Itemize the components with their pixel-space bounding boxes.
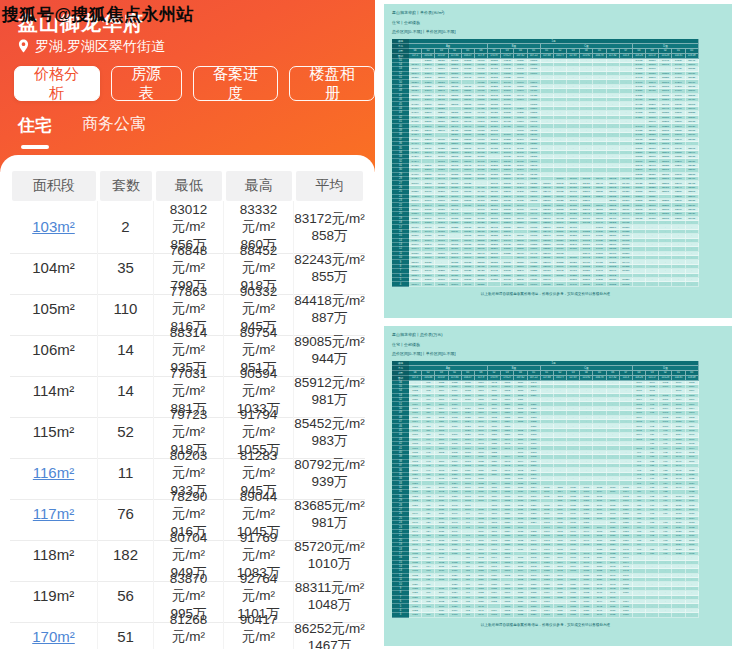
map-pin-icon [18,39,29,56]
grid-cell: - [646,282,659,286]
grid-cell: 81788 [541,282,554,286]
grid-cell: 1026 [580,613,593,617]
grid-cell: 88084 [514,282,527,286]
price-total: 1538万 [237,646,281,649]
column-header: 最低 [154,171,224,201]
location-row: 罗湖.罗湖区翠竹街道 [18,38,165,56]
count-value: 182 [113,545,138,564]
tab-apartment[interactable]: 商务公寓 [82,114,146,145]
category-tabs: 住宅商务公寓 [18,114,146,145]
grid-cell: 81162 [580,282,593,286]
price-total: 1382万 [167,646,211,649]
grid-cell: - [672,613,685,617]
nav-button-price-analysis[interactable]: 价格分析 [14,66,100,101]
min-price-cell: 81268元/m²1382万 [154,611,224,649]
tab-residential[interactable]: 住宅 [18,114,52,145]
table-row: 117m²7678290元/m²916万89044元/m²1045万83685元… [10,488,365,529]
area-link[interactable]: 116m² [33,463,74,482]
area-cell: 170m² [10,611,98,649]
price-per-sqm: 77031元/m² [154,365,223,400]
page: 盘山御龙华府 搜狐号@搜狐焦点永州站 罗湖.罗湖区翠竹街道 价格分析房源表备案进… [0,0,740,649]
chart-titles: 住宅丨全部楼栋 [392,342,732,349]
grid-cell: 1078 [488,613,501,617]
grid-cell: 80577 [554,282,567,286]
chart-titles: 总价区间[0-不限]丨单价区间[0-不限] [392,351,732,358]
chart-title-line: 住宅丨全部楼栋 [392,342,732,349]
chart-titles: 总价区间[0-不限]丨单价区间[0-不限] [392,29,732,36]
grid-cell: 971 [462,613,475,617]
grid-cell: 79748 [567,282,580,286]
price-per-sqm: 91794元/m² [224,406,293,441]
grid-cell: 80510 [449,282,462,286]
area-link[interactable]: 103m² [32,217,75,236]
price-per-sqm: 92764元/m² [224,570,293,605]
grid-cell: 80121 [435,282,448,286]
nav-button-filing-progress[interactable]: 备案进度 [193,66,279,101]
column-header-label: 面积段 [12,171,96,201]
area-label: 119m² [33,586,74,605]
column-header-label: 套数 [100,171,152,201]
column-header: 最高 [224,171,294,201]
area-link[interactable]: 117m² [33,504,74,523]
grid-cell: 1040 [593,613,606,617]
table-row: 106m²1488314元/m²935万89754元/m²951万89085元/… [10,324,365,365]
grid-row: 4827048075480121805108646088258-87440880… [392,282,699,286]
price-grid: 楼栋1栋单元A座B座C座D座户型040203010506020304010102… [392,361,699,618]
area-price-table: 面积段套数最低最高平均103m²283012元/m²856万83332元/m²8… [10,171,365,649]
price-per-sqm: 89085元/m² [294,333,365,350]
price-per-sqm: 82243元/m² [294,251,365,268]
chart-titles: 住宅丨全部楼栋 [392,20,732,27]
grid-cell: - [686,282,699,286]
price-per-sqm: 83870元/m² [154,570,223,605]
area-label: 114m² [33,381,74,400]
grid-cell: 88258 [475,282,488,286]
grid-cell: - [488,282,501,286]
area-label: 118m² [33,545,74,564]
grid-cell: 1051 [567,613,580,617]
chart-titles: 盘山御龙华府丨单价表(元/m²) [392,10,732,17]
max-price-cell: 90417元/m²1538万 [224,611,294,649]
nav-button-listings[interactable]: 房源表 [111,66,182,101]
grid-cell: - [672,282,685,286]
price-per-sqm: 88314元/m² [154,324,223,359]
grid-row-label: 4 [392,282,409,286]
column-header-label: 平均 [296,171,363,201]
count-value: 76 [117,504,134,523]
nav-button-photo-album[interactable]: 楼盘相册 [289,66,375,101]
tab-active-indicator [21,145,49,149]
table-row: 103m²283012元/m²856万83332元/m²860万83172元/m… [10,201,365,242]
price-analysis-card: 面积段套数最低最高平均103m²283012元/m²856万83332元/m²8… [0,155,375,649]
table-row: 119m²5683870元/m²995万92764元/m²1101万88311元… [10,570,365,611]
area-label: 104m² [32,258,75,277]
count-value: 35 [117,258,134,277]
column-header: 平均 [294,171,365,201]
column-header-label: 最低 [156,171,222,201]
grid-cell: 1080 [554,613,567,617]
grid-cell: 91060 [528,282,541,286]
price-per-sqm: 85452元/m² [294,415,365,432]
price-per-sqm: 80203元/m² [154,447,223,482]
price-per-sqm: 76848元/m² [154,242,223,277]
grid-row-label: 3 [392,613,409,617]
grid-cell: 1030 [620,613,633,617]
price-per-sqm: 90417元/m² [224,611,293,646]
price-per-sqm: 83332元/m² [224,201,293,236]
price-per-sqm: 84418元/m² [294,292,365,309]
chart-title-line: 盘山御龙华府丨总价表(万元) [392,332,732,339]
grid-cell: 1752 [514,613,527,617]
price-per-sqm: 85912元/m² [294,374,365,391]
column-header: 套数 [98,171,154,201]
chart-titles: 盘山御龙华府丨总价表(万元) [392,332,732,339]
grid-cells: 1021901105810189711046107815011752182910… [409,613,699,617]
price-per-sqm: 90594元/m² [224,365,293,400]
price-per-sqm: 78290元/m² [154,488,223,523]
grid-cell: - [633,613,646,617]
property-panel: 盘山御龙华府 搜狐号@搜狐焦点永州站 罗湖.罗湖区翠竹街道 价格分析房源表备案进… [0,0,375,649]
grid-row: 3102190110581018971104610781501175218291… [392,613,699,617]
area-link[interactable]: 170m² [32,627,75,646]
price-grid: 楼栋1栋单元A座B座C座D座户型040203010506020304010102… [392,39,699,287]
table-row: 118m²18280704元/m²949万91769元/m²1083万85720… [10,529,365,570]
area-label: 106m² [32,340,75,359]
price-per-sqm: 91769元/m² [224,529,293,564]
table-row: 105m²11077863元/m²816万90332元/m²945万84418元… [10,283,365,324]
